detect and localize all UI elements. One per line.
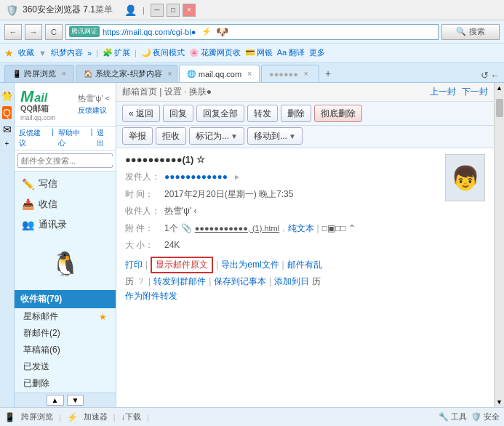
drafts-folder[interactable]: 草稿箱(6): [15, 342, 116, 358]
plain-text-link[interactable]: 纯文本: [288, 221, 314, 237]
tab-close-1[interactable]: ×: [62, 70, 66, 78]
bookmark-banking[interactable]: 💳 网银: [245, 47, 273, 58]
garbled-link[interactable]: 邮件有乱: [287, 259, 322, 271]
forward-button[interactable]: →: [25, 24, 42, 40]
attach-filename[interactable]: ●●●●●●●●●●●, (1).html: [195, 222, 279, 236]
close-button[interactable]: ×: [183, 4, 196, 17]
save-notepad-link[interactable]: 保存到记事本: [214, 276, 266, 288]
size-label: 大 小：: [125, 238, 161, 254]
group-folder[interactable]: 群邮件(2): [15, 325, 116, 342]
scroll-down-arrow[interactable]: ▼: [496, 397, 503, 407]
logo-url: mail.qq.com: [20, 114, 56, 121]
inbox-link[interactable]: 反馈建议: [78, 105, 107, 116]
status-accelerator[interactable]: 加速器: [84, 411, 108, 422]
status-security[interactable]: 🛡️ 安全: [471, 411, 500, 422]
tab-close-2[interactable]: ×: [168, 70, 172, 78]
bookmarks-bar: ★ 收藏 ▼ 织梦内容 » | 🧩 扩展 | 🌙 夜间模式 🌸 花瓣网页收 💳 …: [0, 44, 504, 63]
print-link[interactable]: 打印: [125, 259, 143, 271]
address-bar[interactable]: 腾讯网证 https://mail.qq.com/cgi-bi● ⚡ 🐶: [65, 24, 439, 40]
minimize-button[interactable]: ─: [151, 4, 164, 17]
search-input[interactable]: [21, 156, 116, 165]
contacts-button[interactable]: 👥 通讯录: [17, 215, 113, 234]
back-button[interactable]: « 返回: [122, 105, 160, 122]
to-label: 收件人：: [125, 204, 161, 220]
inbox-folder[interactable]: 收件箱(79): [15, 290, 116, 308]
help-link[interactable]: 帮助中心: [58, 128, 87, 148]
search-button[interactable]: 🔍 搜索: [441, 24, 500, 40]
penguin-decoration: 🐧: [15, 237, 116, 290]
tab-crossscreen[interactable]: 📱 跨屏浏览 ×: [4, 65, 74, 82]
mail-sidebar-icon[interactable]: ✉: [3, 124, 12, 135]
sent-folder[interactable]: 已发送: [15, 358, 116, 375]
scrollbar[interactable]: ▲ ▼: [494, 83, 504, 407]
tab-mail[interactable]: 🌐 mail.qq.com ×: [179, 65, 260, 82]
delete-full-button[interactable]: 彻底删除: [314, 105, 362, 122]
tab-empty[interactable]: ●●●●●● ×: [261, 65, 319, 82]
sidebar-actions: ✏️ 写信 📥 收信 👥 通讯录: [15, 172, 116, 237]
starred-folder[interactable]: 星标邮件 ★: [15, 308, 116, 325]
tab-close-4[interactable]: ×: [304, 70, 308, 78]
forward-group-link[interactable]: 转发到群邮件: [153, 276, 206, 288]
folders-list: 收件箱(79) 星标邮件 ★ 群邮件(2) 草稿箱(6) 已发送 已删除 垃圾箱…: [15, 290, 116, 393]
bookmark-flower[interactable]: 🌸 花瓣网页收: [189, 47, 241, 58]
tab-close-3[interactable]: ×: [247, 70, 252, 78]
status-tools[interactable]: 🔧 工具: [439, 411, 467, 422]
mail-subject: ●●●●●●●●●●(1) ☆: [125, 154, 438, 165]
prev-mail-link[interactable]: 上一封: [430, 86, 456, 98]
feedback-link[interactable]: 反馈建议: [19, 128, 47, 148]
scroll-up-button[interactable]: ▲: [47, 395, 64, 406]
more-sidebar-icon[interactable]: +: [5, 140, 9, 148]
show-original-button[interactable]: 显示邮件原文: [151, 257, 213, 273]
from-label: 发件人：: [125, 169, 161, 185]
scrollbar-thumb[interactable]: [496, 99, 503, 117]
tab-refresh-icon[interactable]: ↺: [481, 70, 489, 81]
bookmarks-label[interactable]: 收藏: [18, 47, 34, 58]
mail-nav-links: 上一封 下一封: [430, 86, 488, 98]
star-icon: ★: [4, 47, 14, 59]
print-actions: 打印 | 显示邮件原文 | 导出为eml文件 | 邮件有乱: [125, 257, 485, 273]
export-eml-link[interactable]: 导出为eml文件: [221, 259, 279, 271]
expand-icon[interactable]: ⌃: [348, 221, 356, 237]
bookmark-more1[interactable]: »: [87, 49, 92, 57]
scroll-up-arrow[interactable]: ▲: [496, 83, 503, 93]
statusbar: 📱 跨屏浏览 | ⚡ 加速器 | ↓下载 | 🔧 工具 🛡️ 安全: [0, 407, 504, 426]
bookmark-translate[interactable]: Aa 翻译: [277, 47, 305, 58]
contacts-icon: 👥: [22, 219, 34, 230]
bookmark-ext[interactable]: 🧩 扩展: [103, 47, 130, 58]
bookmark-dreamcms[interactable]: 织梦内容: [51, 47, 83, 58]
status-crossscreen[interactable]: 跨屏浏览: [21, 411, 53, 422]
menu-label[interactable]: 菜单: [95, 4, 113, 16]
bookmark-more2[interactable]: 更多: [309, 47, 325, 58]
write-button[interactable]: ✏️ 写信: [17, 174, 113, 193]
delete-button[interactable]: 删除: [281, 105, 311, 122]
reply-all-button[interactable]: 回复全部: [196, 105, 244, 122]
scroll-down-button[interactable]: ▼: [67, 395, 84, 406]
from-value[interactable]: ●●●●●●●●●●●●: [164, 169, 228, 185]
star-sidebar-icon[interactable]: ⭐: [1, 90, 13, 102]
receive-button[interactable]: 📥 收信: [17, 195, 113, 214]
tab-add-button[interactable]: +: [321, 66, 335, 81]
qzone-icon[interactable]: Q: [2, 106, 12, 119]
back-button[interactable]: ←: [4, 24, 22, 40]
maximize-button[interactable]: □: [167, 4, 180, 17]
bookmark-night[interactable]: 🌙 夜间模式: [141, 47, 185, 58]
forward-button[interactable]: 转发: [247, 105, 278, 122]
mark-as-button[interactable]: 标记为... ▼: [189, 127, 244, 145]
attach-file-icon: 📎: [181, 221, 192, 237]
as-attachment-link[interactable]: 作为附件转发: [125, 290, 177, 302]
report-button[interactable]: 举报: [122, 127, 153, 145]
tab-nav-controls: ↺ ←: [481, 70, 500, 81]
reply-button[interactable]: 回复: [163, 105, 193, 122]
refresh-button[interactable]: C: [45, 24, 63, 40]
logout-link[interactable]: 退出: [97, 128, 111, 148]
navbar: ← → C 腾讯网证 https://mail.qq.com/cgi-bi● ⚡…: [0, 20, 504, 44]
titlebar: 🛡️ 360安全浏览器 7.1 菜单 👤 | ─ □ ×: [0, 0, 504, 20]
status-download[interactable]: ↓下载: [121, 411, 142, 422]
reject-button[interactable]: 拒收: [156, 127, 186, 145]
add-calendar-link[interactable]: 添加到日: [274, 276, 309, 288]
tab-dreamcms[interactable]: 🏠 系统之家-织梦内容 ×: [76, 65, 177, 82]
move-to-button[interactable]: 移动到... ▼: [247, 127, 303, 145]
deleted-folder[interactable]: 已删除: [15, 375, 116, 392]
tab-back-icon[interactable]: ←: [490, 70, 500, 81]
next-mail-link[interactable]: 下一封: [462, 86, 488, 98]
